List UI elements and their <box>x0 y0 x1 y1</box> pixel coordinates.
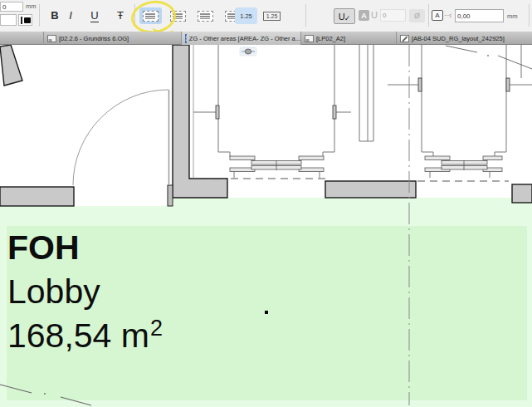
tab-label: [LP02_A2] <box>316 35 345 42</box>
italic-button[interactable]: I <box>63 7 78 24</box>
threshold-bars-right <box>425 156 502 172</box>
floor-plan-canvas[interactable]: FOH Lobby 168,54 m 2 <box>0 45 532 407</box>
char-style-u-icon: U <box>371 10 378 20</box>
text-offset-unit-label: mm <box>507 12 518 20</box>
text-offset-arrows-icon: ⋯↕ <box>444 12 451 19</box>
pen-color-swatch-icon <box>24 17 31 23</box>
layout-window-icon <box>305 34 314 43</box>
sketch-lines-top-right <box>446 46 532 69</box>
text-offset-input[interactable] <box>455 9 504 22</box>
pen-bar-icon <box>21 17 22 24</box>
toolbar-separator <box>529 4 530 27</box>
app-window: mm B I U Ŧ 1.25 1.25 U✓ <box>0 0 532 407</box>
zone-subname-text: Lobby <box>7 272 100 311</box>
view-tab-bar: [02.2.6 - Grundriss 6.OG] ZG - Other are… <box>0 32 532 45</box>
door-jamb-bars-right <box>418 78 510 91</box>
door-leaf-panel <box>168 185 173 206</box>
wall-left <box>0 187 74 206</box>
wall-right <box>512 184 532 203</box>
pen-weight-input[interactable] <box>0 14 17 26</box>
bold-button[interactable]: B <box>47 7 62 24</box>
wall-l-shape <box>173 45 227 198</box>
underline-button[interactable]: U <box>87 7 102 24</box>
toolbar-separator <box>428 4 429 27</box>
line-spacing-value-box[interactable]: 1.25 <box>263 12 281 21</box>
schedule-grid-icon <box>185 34 187 43</box>
strikethrough-button[interactable]: Ŧ <box>113 7 128 24</box>
tab-zg-other-areas[interactable]: ZG - Other areas [AREA- ZG - Other a... <box>181 32 300 45</box>
zone-area-text: 168,54 m <box>7 316 149 355</box>
text-block-right-icon <box>198 11 213 22</box>
layout-pencil-icon <box>400 34 409 43</box>
line-spacing-button[interactable]: 1.25 <box>235 7 257 24</box>
pen-preview[interactable] <box>18 14 32 26</box>
threshold-bars-left <box>230 156 324 172</box>
text-block-anchor-right-button[interactable] <box>194 7 217 24</box>
tab-label: [02.2.6 - Grundriss 6.OG] <box>59 35 129 42</box>
zone-handle-dot[interactable] <box>265 311 268 314</box>
floor-plan-drawing: FOH Lobby 168,54 m 2 <box>0 45 532 407</box>
text-offset-a-icon: A <box>432 10 443 21</box>
zone-name-text: FOH <box>7 228 80 267</box>
toolbar-separator <box>305 4 306 27</box>
text-format-toolbar: mm B I U Ŧ 1.25 1.25 U✓ <box>0 0 532 32</box>
visibility-hotspot-icon[interactable] <box>240 47 256 56</box>
tab-ab04-sud-layout[interactable]: [AB-04 SUD_RG_layout_242925] <box>396 32 532 45</box>
floorplan-window-icon <box>47 34 56 43</box>
tab-grundriss[interactable]: [02.2.6 - Grundriss 6.OG] <box>43 32 181 45</box>
tab-label: [AB-04 SUD_RG_layout_242925] <box>412 35 505 42</box>
tab-label: ZG - Other areas [AREA- ZG - Other a... <box>189 35 300 42</box>
door-swing-arc <box>73 90 168 185</box>
zone-area-superscript: 2 <box>150 316 163 341</box>
partition-lines <box>359 45 373 141</box>
tab-lp02-a2[interactable]: [LP02_A2] <box>300 32 396 45</box>
wall-middle <box>325 181 416 198</box>
char-style-a-icon: A <box>359 10 369 21</box>
font-size-unit-label: mm <box>26 2 37 10</box>
font-size-input[interactable] <box>0 2 23 12</box>
check-icon: ✓ <box>344 14 351 22</box>
walls <box>0 45 532 206</box>
diameter-button: Ø <box>409 9 425 22</box>
toolbar-separator <box>39 4 40 27</box>
spell-check-button[interactable]: U✓ <box>334 8 355 24</box>
wall-diagonal <box>0 45 22 86</box>
char-count-input <box>380 9 406 22</box>
door-jamb-bars-left <box>216 105 336 119</box>
